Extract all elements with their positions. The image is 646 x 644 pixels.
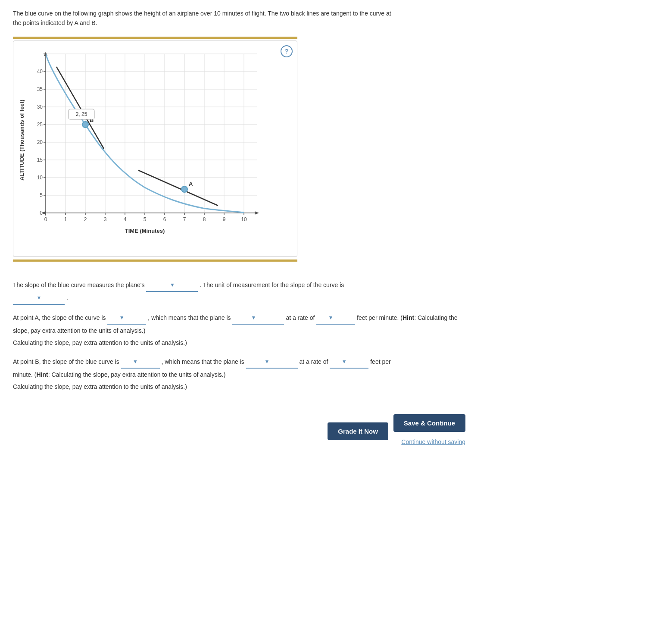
- q2-dropdown-1-arrow: ▼: [119, 313, 125, 323]
- q2-middle2-text: at a rate of: [286, 314, 315, 321]
- svg-point-72: [82, 122, 88, 128]
- svg-text:30: 30: [37, 104, 43, 110]
- q2-dropdown-3[interactable]: ▼: [316, 312, 355, 325]
- q3-dropdown-3-arrow: ▼: [342, 356, 347, 367]
- svg-text:5: 5: [144, 216, 147, 222]
- q3-suffix2-text: minute.: [13, 371, 33, 378]
- svg-text:0: 0: [40, 210, 43, 216]
- question-1: The slope of the blue curve measures the…: [13, 279, 465, 305]
- svg-text:35: 35: [37, 86, 43, 92]
- svg-text:8: 8: [203, 216, 206, 222]
- q1-dropdown-2[interactable]: ▼: [13, 292, 65, 305]
- bottom-gold-bar: [13, 259, 297, 262]
- svg-text:25: 25: [37, 122, 43, 128]
- q3-dropdown-2-arrow: ▼: [265, 356, 270, 367]
- svg-text:7: 7: [183, 216, 186, 222]
- svg-text:4: 4: [124, 216, 127, 222]
- svg-text:40: 40: [37, 69, 43, 75]
- q2-dropdown-2[interactable]: ▼: [232, 312, 284, 325]
- q2-dropdown-2-arrow: ▼: [251, 313, 256, 323]
- svg-rect-0: [46, 54, 257, 213]
- q3-hint-label: Hint: [36, 371, 48, 378]
- svg-text:15: 15: [37, 157, 43, 163]
- svg-text:0: 0: [44, 216, 47, 222]
- help-icon[interactable]: ?: [281, 45, 293, 57]
- svg-text:20: 20: [37, 139, 43, 145]
- q2-suffix-text: feet per minute.: [357, 314, 399, 321]
- q2-dropdown-1[interactable]: ▼: [107, 312, 146, 325]
- q3-dropdown-1[interactable]: ▼: [121, 356, 160, 369]
- buttons-row: Grade It Now Save & Continue Continue wi…: [13, 414, 465, 449]
- svg-line-70: [56, 67, 104, 149]
- svg-text:2, 25: 2, 25: [76, 111, 87, 117]
- svg-text:TIME (Minutes): TIME (Minutes): [125, 228, 165, 234]
- q1-dropdown-2-arrow: ▼: [37, 293, 42, 303]
- svg-text:1: 1: [64, 216, 67, 222]
- svg-point-76: [181, 186, 187, 192]
- q3-hint-text: : Calculating the slope, pay extra atten…: [48, 371, 226, 378]
- top-gold-bar: [13, 37, 297, 39]
- q3-dropdown-2[interactable]: ▼: [246, 356, 298, 369]
- continue-without-saving-link[interactable]: Continue without saving: [401, 435, 465, 449]
- q2-dropdown-3-arrow: ▼: [328, 313, 334, 323]
- q2-hint-label: Hint: [403, 314, 414, 321]
- q1-dropdown-1-arrow: ▼: [170, 280, 175, 290]
- chart-svg: 0 5 10 15 20 25 30 35 40 0 1 2 3: [18, 45, 276, 252]
- svg-text:2: 2: [84, 216, 87, 222]
- intro-text: The blue curve on the following graph sh…: [13, 9, 401, 28]
- svg-marker-25: [255, 211, 259, 215]
- question-3: At point B, the slope of the blue curve …: [13, 356, 465, 393]
- q3-suffix-text: feet per: [370, 358, 390, 365]
- svg-text:6: 6: [163, 216, 166, 222]
- save-group: Save & Continue Continue without saving: [393, 414, 465, 449]
- svg-line-71: [138, 170, 218, 206]
- q3-middle2-text: at a rate of: [300, 358, 328, 365]
- svg-text:5: 5: [40, 192, 43, 198]
- q1-prefix-text: The slope of the blue curve measures the…: [13, 281, 144, 288]
- svg-text:10: 10: [37, 175, 43, 181]
- graph-container: ?: [13, 41, 297, 257]
- q1-dropdown-1[interactable]: ▼: [146, 279, 198, 292]
- q3-middle1-text: , which means that the plane is: [161, 358, 244, 365]
- svg-text:ALTITUDE (Thousands of feet): ALTITUDE (Thousands of feet): [19, 100, 25, 181]
- q3-dropdown-1-arrow: ▼: [133, 356, 138, 367]
- svg-text:3: 3: [104, 216, 107, 222]
- q2-middle1-text: , which means that the plane is: [148, 314, 231, 321]
- svg-text:10: 10: [241, 216, 247, 222]
- q2-prefix-text: At point A, the slope of the curve is: [13, 314, 106, 321]
- q1-suffix-text: .: [66, 294, 68, 301]
- save-continue-button[interactable]: Save & Continue: [393, 414, 465, 432]
- svg-text:A: A: [189, 181, 193, 187]
- svg-text:9: 9: [223, 216, 226, 222]
- question-2: At point A, the slope of the curve is ▼ …: [13, 312, 465, 349]
- q3-prefix-text: At point B, the slope of the blue curve …: [13, 358, 119, 365]
- questions-section: The slope of the blue curve measures the…: [13, 279, 465, 449]
- q1-middle-text: . The unit of measurement for the slope …: [200, 281, 344, 288]
- grade-it-now-button[interactable]: Grade It Now: [328, 422, 388, 440]
- q3-dropdown-3[interactable]: ▼: [330, 356, 368, 369]
